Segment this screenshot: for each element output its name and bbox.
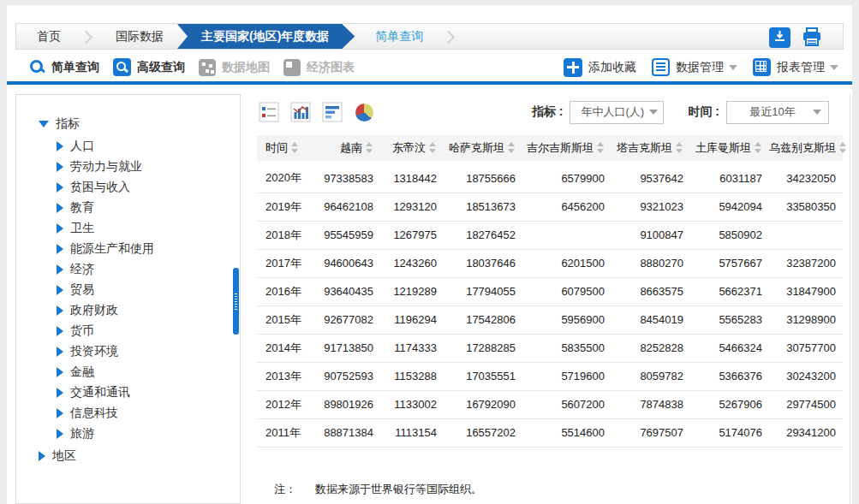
column-header-土库曼斯坦[interactable]: 土库曼斯坦 bbox=[690, 135, 769, 161]
sidebar-root-indicators[interactable]: 指标 bbox=[39, 114, 240, 134]
value-cell: 1243260 bbox=[380, 249, 444, 277]
sidebar-root-regions[interactable]: 地区 bbox=[39, 446, 240, 466]
sidebar-item-旅游[interactable]: 旅游 bbox=[39, 424, 240, 444]
sidebar-scrollbar-thumb[interactable] bbox=[233, 268, 239, 335]
value-cell: 17035551 bbox=[444, 362, 522, 390]
value-cell: 6456200 bbox=[522, 193, 611, 221]
column-header-label: 哈萨克斯坦 bbox=[449, 141, 504, 154]
sidebar-item-信息科技[interactable]: 信息科技 bbox=[39, 403, 240, 424]
value-cell: 95545959 bbox=[310, 221, 380, 249]
sidebar-item-教育[interactable]: 教育 bbox=[39, 198, 240, 218]
data-table-wrap: 时间越南东帝汶哈萨克斯坦吉尔吉斯斯坦塔吉克斯坦土库曼斯坦乌兹别克斯坦 2020年… bbox=[257, 135, 843, 497]
column-header-乌兹别克斯坦[interactable]: 乌兹别克斯坦 bbox=[769, 135, 843, 161]
sort-icon[interactable] bbox=[429, 141, 437, 154]
value-cell: 5466324 bbox=[690, 334, 769, 362]
value-cell: 1293120 bbox=[380, 193, 444, 221]
pie-chart-view-button[interactable] bbox=[354, 102, 374, 122]
value-cell: 5850902 bbox=[690, 221, 769, 249]
value-cell: 88871384 bbox=[310, 418, 380, 447]
indicator-dropdown[interactable]: 年中人口(人) bbox=[570, 101, 664, 124]
sidebar-item-label: 劳动力与就业 bbox=[70, 159, 142, 175]
table-row: 2019年96462108129312018513673645620093210… bbox=[257, 193, 843, 221]
column-chart-view-button[interactable] bbox=[290, 102, 311, 122]
report-management-menu[interactable]: 报表管理 bbox=[753, 58, 838, 76]
print-button[interactable] bbox=[801, 27, 823, 49]
table-view-button[interactable] bbox=[259, 102, 279, 122]
breadcrumb-home[interactable]: 首页 bbox=[16, 24, 81, 49]
sidebar-item-货币[interactable]: 货币 bbox=[39, 321, 240, 341]
value-cell: 1196294 bbox=[380, 305, 444, 334]
time-label: 时间 : bbox=[688, 104, 719, 120]
column-header-吉尔吉斯斯坦[interactable]: 吉尔吉斯斯坦 bbox=[522, 135, 611, 161]
data-management-menu[interactable]: 数据管理 bbox=[652, 58, 737, 76]
value-cell: 8252828 bbox=[611, 334, 690, 362]
value-cell bbox=[769, 221, 843, 249]
indicator-tree-children: 人口劳动力与就业贫困与收入教育卫生能源生产和使用经济贸易政府财政货币投资环境金融… bbox=[39, 136, 240, 444]
expand-icon bbox=[57, 326, 63, 336]
year-cell: 2013年 bbox=[257, 362, 310, 390]
value-cell: 1174333 bbox=[380, 334, 444, 362]
caret-down-icon bbox=[729, 65, 737, 70]
column-header-哈萨克斯坦[interactable]: 哈萨克斯坦 bbox=[444, 135, 522, 161]
advanced-query-button[interactable]: 高级查询 bbox=[113, 58, 185, 76]
indicator-label: 指标 : bbox=[532, 104, 564, 120]
value-cell: 91713850 bbox=[310, 334, 380, 362]
map-icon bbox=[199, 59, 216, 76]
time-dropdown[interactable]: 最近10年 bbox=[726, 101, 829, 124]
table-row: 2018年95545959126797518276452910084758509… bbox=[257, 221, 843, 249]
year-cell: 2011年 bbox=[257, 418, 310, 447]
chevron-right-icon bbox=[81, 24, 95, 49]
year-cell: 2018年 bbox=[257, 221, 310, 249]
sort-icon[interactable] bbox=[597, 141, 605, 154]
sidebar-item-贫困与收入[interactable]: 贫困与收入 bbox=[39, 177, 240, 198]
bar-chart-view-button[interactable] bbox=[322, 102, 343, 122]
breadcrumb-international-data[interactable]: 国际数据 bbox=[95, 24, 184, 49]
column-header-label: 东帝汶 bbox=[392, 141, 426, 154]
sort-icon[interactable] bbox=[291, 141, 299, 154]
year-cell: 2016年 bbox=[257, 277, 310, 305]
sidebar-item-能源生产和使用[interactable]: 能源生产和使用 bbox=[39, 239, 240, 259]
sort-icon[interactable] bbox=[366, 141, 373, 154]
sidebar-item-金融[interactable]: 金融 bbox=[39, 362, 240, 382]
download-button[interactable] bbox=[769, 27, 790, 48]
sort-icon[interactable] bbox=[676, 141, 683, 154]
sidebar-item-贸易[interactable]: 贸易 bbox=[39, 280, 240, 300]
sort-icon[interactable] bbox=[508, 141, 516, 154]
year-cell: 2012年 bbox=[257, 390, 310, 418]
column-header-label: 土库曼斯坦 bbox=[695, 141, 751, 154]
sidebar-item-卫生[interactable]: 卫生 bbox=[39, 218, 240, 239]
column-header-时间[interactable]: 时间 bbox=[257, 135, 310, 161]
table-view-icon bbox=[259, 102, 279, 122]
sidebar-item-劳动力与就业[interactable]: 劳动力与就业 bbox=[39, 157, 240, 177]
value-cell: 17794055 bbox=[444, 277, 522, 305]
value-cell: 8880270 bbox=[611, 249, 690, 277]
column-header-塔吉克斯坦[interactable]: 塔吉克斯坦 bbox=[611, 135, 690, 161]
value-cell: 9100847 bbox=[611, 221, 690, 249]
sort-icon[interactable] bbox=[755, 141, 762, 154]
sidebar-item-label: 卫生 bbox=[70, 221, 94, 236]
sidebar-item-投资环境[interactable]: 投资环境 bbox=[39, 341, 240, 362]
bar-chart-icon bbox=[322, 102, 343, 122]
breadcrumb-active-tab[interactable]: 主要国家(地区)年度数据 bbox=[177, 24, 355, 49]
value-cell: 5174076 bbox=[690, 418, 769, 447]
column-header-东帝汶[interactable]: 东帝汶 bbox=[380, 135, 444, 161]
simple-query-button[interactable]: 简单查询 bbox=[29, 59, 99, 75]
value-cell: 18513673 bbox=[444, 193, 522, 221]
value-cell: 5366376 bbox=[690, 362, 769, 390]
value-cell: 9537642 bbox=[611, 164, 690, 193]
expand-icon bbox=[57, 264, 63, 275]
sidebar-item-label: 贸易 bbox=[70, 282, 94, 298]
table-row: 2011年88871384111315416557202551460076975… bbox=[257, 418, 843, 447]
sidebar-item-政府财政[interactable]: 政府财政 bbox=[39, 300, 240, 321]
add-favorite-button[interactable]: 添加收藏 bbox=[564, 58, 636, 77]
sidebar-item-交通和通讯[interactable]: 交通和通讯 bbox=[39, 382, 240, 403]
sidebar-item-人口[interactable]: 人口 bbox=[39, 136, 240, 157]
sidebar-item-经济[interactable]: 经济 bbox=[39, 259, 240, 280]
sort-icon[interactable] bbox=[839, 141, 847, 154]
value-cell: 5757667 bbox=[690, 249, 769, 277]
value-cell: 89801926 bbox=[310, 390, 380, 418]
expand-icon bbox=[39, 451, 45, 461]
sidebar-item-label: 经济 bbox=[70, 262, 94, 277]
column-header-越南[interactable]: 越南 bbox=[310, 135, 380, 161]
breadcrumb-simple-query[interactable]: 简单查询 bbox=[355, 24, 444, 49]
